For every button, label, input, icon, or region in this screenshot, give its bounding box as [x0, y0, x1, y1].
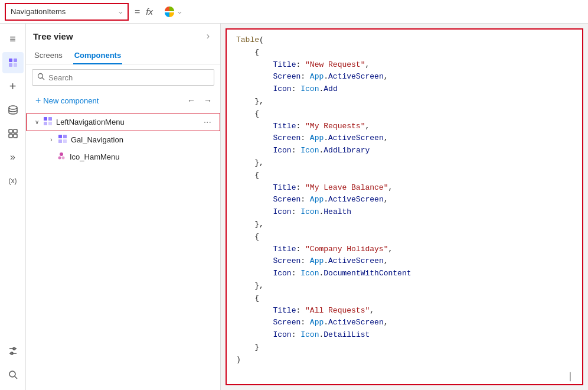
code-line: }, — [236, 157, 573, 170]
code-line: Icon: Icon.Add — [236, 83, 573, 96]
svg-rect-23 — [63, 135, 67, 138]
tree-item-left-nav-menu[interactable]: ∨ LeftNavigationMenu ··· — [26, 113, 220, 131]
svg-point-5 — [9, 106, 17, 109]
code-line: Icon: Icon.AddLibrary — [236, 145, 573, 157]
svg-point-27 — [58, 157, 61, 160]
svg-rect-24 — [58, 139, 62, 143]
component-icon-left-nav — [43, 116, 53, 128]
microsoft-logo-icon — [162, 5, 177, 19]
svg-point-14 — [9, 371, 15, 377]
formula-fx-label: fx — [146, 6, 153, 17]
database-icon — [8, 105, 18, 115]
tree-items: ∨ LeftNavigationMenu ··· › — [26, 110, 220, 390]
code-line: }, — [236, 280, 573, 292]
tree-search-box[interactable] — [32, 69, 214, 86]
svg-rect-21 — [48, 122, 52, 125]
code-line: { — [236, 108, 573, 121]
tree-panel-header: Tree view › — [26, 24, 220, 43]
layers-icon — [8, 57, 18, 68]
svg-point-28 — [62, 157, 65, 160]
ico-hammenu-icon — [57, 151, 66, 162]
tab-components[interactable]: Components — [73, 47, 122, 64]
code-line: Screen: App.ActiveScreen, — [236, 194, 573, 206]
svg-point-26 — [60, 152, 63, 156]
tree-panel-close-button[interactable]: › — [203, 30, 213, 43]
grid-icon — [8, 128, 18, 139]
tree-item-ico-hammenu[interactable]: Ico_HamMenu — [26, 148, 220, 165]
arrow-right-button[interactable]: → — [201, 95, 214, 106]
svg-rect-1 — [9, 58, 12, 62]
sidebar-icon-layers[interactable] — [2, 52, 24, 73]
search-input[interactable] — [48, 73, 209, 82]
code-line: Title: "All Requests", — [236, 305, 573, 317]
new-component-arrows: ← → — [185, 95, 214, 106]
svg-rect-18 — [44, 117, 47, 121]
code-line: { — [236, 47, 573, 59]
svg-rect-6 — [9, 129, 12, 133]
code-line: Table( — [236, 34, 573, 47]
left-nav-menu-label: LeftNavigationMenu — [56, 118, 201, 126]
sidebar-icon-variable[interactable]: (x) — [2, 170, 24, 191]
sidebar-icon-search-bottom[interactable] — [2, 364, 24, 385]
code-line: { — [236, 170, 573, 182]
new-component-label: New component — [43, 96, 99, 105]
code-line: Title: "My Leave Balance", — [236, 182, 573, 194]
code-line: Icon: Icon.DetailList — [236, 329, 573, 342]
svg-line-15 — [15, 376, 17, 379]
svg-line-17 — [43, 78, 45, 80]
main-area: ≡ + » (x) — [0, 24, 588, 390]
sidebar-icon-controls[interactable] — [2, 340, 24, 362]
text-cursor: │ — [568, 371, 573, 384]
new-component-plus-icon: + — [35, 95, 41, 106]
sidebar-icon-grid[interactable] — [2, 123, 24, 144]
code-editor[interactable]: Table( { Title: "New Request", Screen: A… — [226, 28, 583, 385]
code-line: Icon: Icon.DocumentWithContent — [236, 268, 573, 280]
app-logo: ⌵ — [162, 5, 182, 19]
formula-name-box[interactable]: NavigationItems ⌵ — [5, 3, 129, 21]
formula-name-chevron[interactable]: ⌵ — [119, 8, 123, 15]
code-line: { — [236, 292, 573, 305]
code-line: Title: "New Request", — [236, 59, 573, 72]
tree-tabs: Screens Components — [26, 43, 220, 64]
arrow-left-button[interactable]: ← — [185, 95, 198, 106]
tree-item-chevron-gal-nav: › — [47, 136, 55, 143]
formula-name-text: NavigationItems — [11, 7, 119, 16]
left-nav-more-button[interactable]: ··· — [201, 117, 214, 128]
tree-panel: Tree view › Screens Components — [26, 24, 221, 390]
tree-item-chevron-left-nav: ∨ — [32, 119, 41, 125]
sidebar-icon-chevrons[interactable]: » — [2, 147, 24, 168]
svg-rect-7 — [14, 129, 17, 133]
code-line: Icon: Icon.Health — [236, 206, 573, 219]
code-line: }, — [236, 219, 573, 231]
gal-navigation-label: Gal_Navigation — [71, 135, 214, 144]
code-line: Screen: App.ActiveScreen, — [236, 132, 573, 145]
sidebar-icon-hamburger[interactable]: ≡ — [2, 28, 24, 50]
ico-hammenu-label: Ico_HamMenu — [70, 152, 214, 161]
new-component-button[interactable]: + New component — [32, 93, 102, 108]
tab-screens[interactable]: Screens — [33, 47, 64, 64]
logo-chevron[interactable]: ⌵ — [178, 8, 182, 15]
svg-rect-25 — [63, 139, 67, 143]
svg-rect-8 — [9, 134, 12, 138]
tree-item-gal-navigation[interactable]: › Gal_Navigation — [26, 131, 220, 148]
new-component-row: + New component ← → — [26, 90, 220, 110]
svg-point-16 — [38, 74, 43, 79]
svg-rect-22 — [58, 135, 62, 138]
tree-panel-title: Tree view — [33, 31, 73, 41]
code-line: ) — [236, 354, 573, 366]
gallery-icon-gal-nav — [58, 134, 67, 145]
controls-icon — [8, 346, 18, 356]
svg-rect-3 — [9, 63, 12, 67]
formula-eq-sign: = — [132, 6, 142, 17]
sidebar-icon-database[interactable] — [2, 99, 24, 121]
sidebar-icon-plus[interactable]: + — [2, 76, 24, 97]
svg-rect-20 — [44, 122, 47, 125]
code-line: Screen: App.ActiveScreen, — [236, 71, 573, 83]
code-line: Screen: App.ActiveScreen, — [236, 317, 573, 329]
svg-rect-2 — [14, 58, 17, 62]
svg-rect-9 — [14, 134, 17, 138]
svg-rect-4 — [14, 63, 17, 67]
code-line: Title: "My Requests", — [236, 121, 573, 133]
code-line: Title: "Company Holidays", — [236, 243, 573, 256]
code-line: { — [236, 231, 573, 243]
